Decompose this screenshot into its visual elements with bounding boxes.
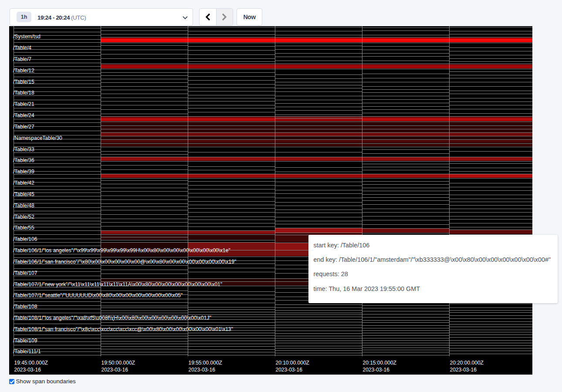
svg-text:/Table/55: /Table/55: [13, 225, 34, 231]
svg-text:/Table/36: /Table/36: [13, 157, 34, 163]
svg-text:/Table/107/1/"seattle"/"UUUUUU: /Table/107/1/"seattle"/"UUUUUUD\x00\x80\…: [13, 292, 183, 298]
svg-text:/Table/107/1/"new york"/"\x11\: /Table/107/1/"new york"/"\x11\x11\x11\x1…: [13, 281, 222, 287]
svg-text:/Table/52: /Table/52: [13, 214, 34, 220]
svg-text:20:15:00.000Z: 20:15:00.000Z: [363, 360, 396, 366]
svg-text:/Table/7: /Table/7: [13, 56, 31, 62]
svg-text:/Table/48: /Table/48: [13, 203, 34, 209]
svg-text:19:45:00.000Z: 19:45:00.000Z: [14, 360, 48, 366]
svg-text:/Table/109: /Table/109: [13, 338, 37, 344]
svg-text:/Table/106: /Table/106: [13, 236, 37, 242]
svg-text:/Table/107: /Table/107: [13, 270, 37, 276]
svg-text:/NamespaceTable/30: /NamespaceTable/30: [13, 135, 62, 141]
svg-text:/Table/27: /Table/27: [13, 124, 34, 130]
svg-text:/Table/42: /Table/42: [13, 180, 34, 186]
svg-text:/Table/18: /Table/18: [13, 90, 34, 96]
svg-text:2023-03-16: 2023-03-16: [102, 367, 129, 373]
svg-text:2023-03-16: 2023-03-16: [189, 367, 216, 373]
svg-text:/Table/111/1: /Table/111/1: [13, 348, 41, 355]
svg-text:2023-03-16: 2023-03-16: [14, 367, 41, 373]
svg-text:/Table/4: /Table/4: [13, 45, 31, 51]
svg-text:/Table/108/1/"san francisco"/": /Table/108/1/"san francisco"/"\x8c\xcc\x…: [13, 326, 233, 332]
svg-text:/Table/106/1/"san francisco"/": /Table/106/1/"san francisco"/"\x80\x00\x…: [13, 259, 236, 265]
svg-text:/Table/39: /Table/39: [13, 169, 34, 175]
svg-text:/Table/108/1/"los angeles"/"\x: /Table/108/1/"los angeles"/"\xa8\xf5\u00…: [13, 315, 211, 321]
svg-text:20:10:00.000Z: 20:10:00.000Z: [276, 360, 309, 366]
svg-text:19:55:00.000Z: 19:55:00.000Z: [189, 360, 222, 366]
svg-text:2023-03-16: 2023-03-16: [450, 367, 477, 373]
svg-text:2023-03-16: 2023-03-16: [363, 367, 390, 373]
svg-text:2023-03-16: 2023-03-16: [276, 367, 303, 373]
svg-text:/Table/33: /Table/33: [13, 146, 34, 152]
svg-text:20:20:00.000Z: 20:20:00.000Z: [450, 360, 484, 366]
svg-text:/Table/12: /Table/12: [13, 68, 34, 74]
svg-text:/Table/106/1/"los angeles"/"\x: /Table/106/1/"los angeles"/"\x99\x99\x99…: [13, 247, 230, 253]
svg-text:/Table/15: /Table/15: [13, 79, 34, 85]
svg-text:/Table/24: /Table/24: [13, 112, 34, 118]
svg-text:/Table/45: /Table/45: [13, 191, 34, 197]
svg-text:/Table/108: /Table/108: [13, 304, 37, 310]
svg-text:/System/tsd: /System/tsd: [13, 34, 41, 40]
svg-text:/Table/21: /Table/21: [13, 101, 34, 107]
svg-text:19:50:00.000Z: 19:50:00.000Z: [102, 360, 135, 366]
